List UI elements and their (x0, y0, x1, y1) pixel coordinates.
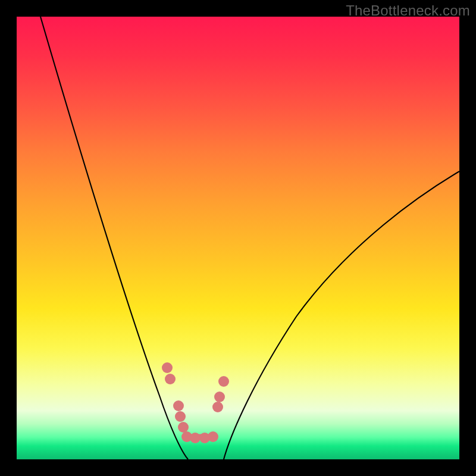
marker-dot (173, 400, 184, 411)
marker-dot (190, 433, 201, 443)
marker-dot (212, 402, 223, 412)
right-curve (224, 171, 459, 459)
marker-dot (162, 362, 173, 373)
marker-dot (178, 422, 189, 433)
chart-frame (17, 17, 459, 459)
marker-dot (208, 431, 218, 442)
marker-dot (214, 392, 225, 402)
marker-dot (175, 411, 186, 422)
marker-dot (218, 376, 229, 387)
marker-dot (165, 374, 176, 384)
watermark-text: TheBottleneck.com (346, 2, 470, 19)
chart-overlay (17, 17, 459, 459)
left-curve (40, 17, 188, 459)
